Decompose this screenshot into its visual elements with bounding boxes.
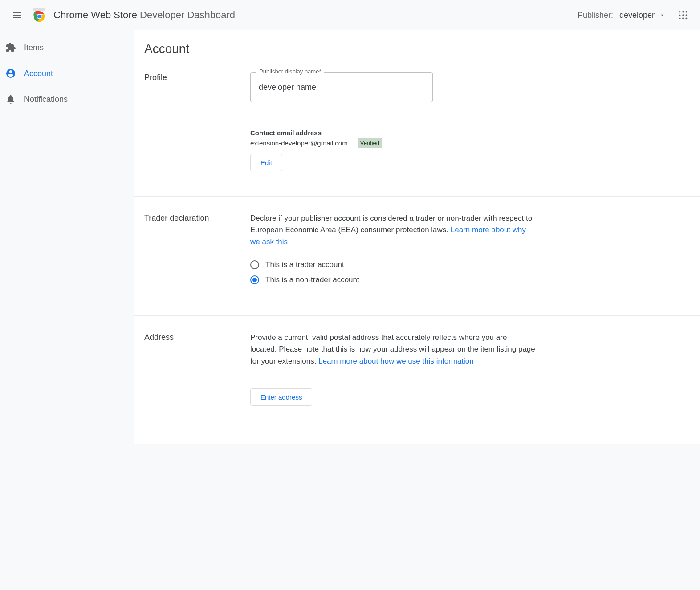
sidebar-item-label: Notifications — [24, 95, 68, 104]
svg-point-8 — [682, 14, 684, 16]
svg-point-9 — [686, 14, 688, 16]
bell-icon — [5, 94, 16, 105]
radio-trader-account[interactable]: This is a trader account — [250, 260, 535, 269]
extension-icon — [5, 42, 16, 53]
app-header: Chrome Web Store Developer Dashboard Pub… — [0, 0, 700, 30]
publisher-display-name-field: Publisher display name* — [250, 72, 433, 102]
svg-point-6 — [686, 11, 688, 13]
sidebar-item-notifications[interactable]: Notifications — [0, 86, 134, 112]
svg-point-12 — [686, 18, 688, 20]
sidebar-item-items[interactable]: Items — [0, 35, 134, 61]
apps-grid-icon — [678, 10, 688, 20]
svg-point-4 — [679, 11, 681, 13]
menu-button[interactable] — [7, 5, 27, 25]
chrome-icon — [32, 8, 46, 22]
edit-email-button[interactable]: Edit — [250, 154, 282, 171]
svg-point-11 — [682, 18, 684, 20]
section-profile: Profile Publisher display name* Contact … — [134, 56, 700, 197]
address-description: Provide a current, valid postal address … — [250, 332, 535, 367]
section-label-trader: Trader declaration — [144, 213, 250, 291]
enter-address-button[interactable]: Enter address — [250, 388, 312, 406]
contact-email-value: extension-developer@gmail.com — [250, 139, 348, 147]
display-name-label: Publisher display name* — [256, 68, 324, 75]
app-title: Chrome Web Store Developer Dashboard — [53, 9, 235, 21]
app-title-light: Developer Dashboard — [140, 9, 235, 20]
app-title-strong: Chrome Web Store — [53, 9, 137, 20]
account-circle-icon — [5, 68, 16, 79]
verified-badge: Verified — [358, 138, 382, 148]
radio-non-trader-account[interactable]: This is a non-trader account — [250, 275, 535, 284]
sidebar: Items Account Notifications — [0, 30, 134, 444]
sidebar-item-label: Items — [24, 43, 44, 53]
publisher-select[interactable]: developer — [619, 11, 665, 20]
display-name-input[interactable] — [250, 72, 433, 102]
page-title: Account — [134, 30, 700, 56]
svg-point-5 — [682, 11, 684, 13]
sidebar-item-label: Account — [24, 69, 53, 78]
section-label-profile: Profile — [144, 72, 250, 171]
sidebar-item-account[interactable]: Account — [0, 61, 134, 86]
svg-rect-0 — [33, 8, 45, 11]
google-apps-button[interactable] — [673, 5, 693, 25]
radio-icon-selected — [250, 275, 259, 284]
svg-point-3 — [37, 14, 41, 19]
hamburger-icon — [12, 10, 22, 20]
chrome-web-store-logo — [31, 7, 47, 23]
main-content: Account Profile Publisher display name* … — [134, 30, 700, 444]
svg-point-7 — [679, 14, 681, 16]
svg-point-10 — [679, 18, 681, 20]
section-address: Address Provide a current, valid postal … — [134, 316, 700, 431]
publisher-label: Publisher: — [578, 11, 613, 20]
section-label-address: Address — [144, 332, 250, 406]
radio-label: This is a trader account — [265, 260, 344, 269]
radio-label: This is a non-trader account — [265, 275, 359, 284]
address-learn-more-link[interactable]: Learn more about how we use this informa… — [318, 357, 474, 365]
dropdown-icon — [659, 12, 665, 18]
radio-icon — [250, 260, 259, 269]
publisher-value: developer — [619, 11, 655, 20]
trader-description: Declare if your publisher account is con… — [250, 213, 535, 248]
contact-email-label: Contact email address — [250, 129, 535, 137]
section-trader: Trader declaration Declare if your publi… — [134, 197, 700, 316]
